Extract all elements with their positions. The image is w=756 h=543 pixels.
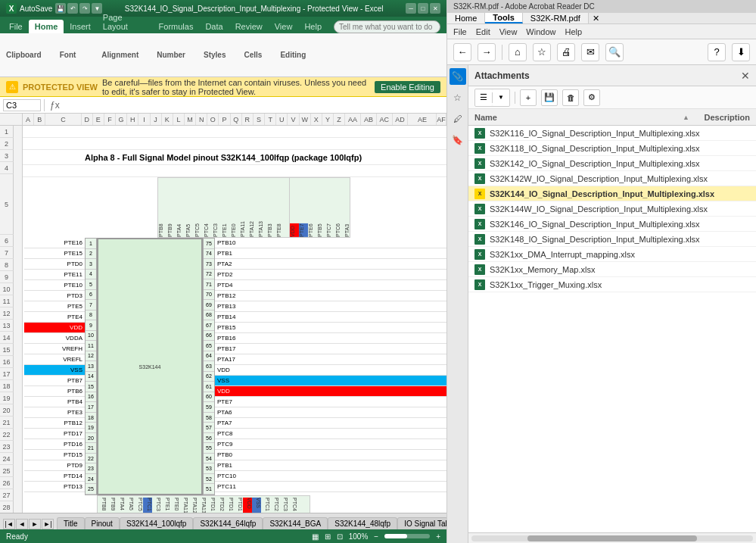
pdf-close-button[interactable]: ✕ <box>589 13 603 23</box>
col-header-ab[interactable]: AB <box>361 114 377 125</box>
col-header-g[interactable]: G <box>116 114 127 125</box>
pdf-download-button[interactable]: ⬇ <box>732 43 750 61</box>
att-add-button[interactable]: + <box>520 89 537 106</box>
sheet-tab-io-signal[interactable]: IO Signal Table <box>397 517 446 529</box>
sheet-tab-bga[interactable]: S32K144_BGA <box>263 517 328 529</box>
row-7[interactable]: 7 <box>0 247 14 259</box>
col-header-n[interactable]: N <box>196 114 207 125</box>
col-header-h[interactable]: H <box>127 114 138 125</box>
tab-insert[interactable]: Insert <box>64 20 97 33</box>
att-save-button[interactable]: 💾 <box>541 89 558 106</box>
col-header-x[interactable]: X <box>311 114 322 125</box>
zoom-out-icon[interactable]: − <box>374 532 378 541</box>
col-header-y[interactable]: Y <box>322 114 334 125</box>
row-20[interactable]: 20 <box>0 404 14 417</box>
col-header-r[interactable]: R <box>242 114 254 125</box>
scroll-track[interactable] <box>471 535 753 541</box>
tab-last-button[interactable]: ►| <box>42 519 54 529</box>
pdf-annotations-sidebar-button[interactable]: 🖊 <box>450 111 466 127</box>
att-item-10[interactable]: X S32K1xx_Trigger_Muxing.xlsx <box>468 277 756 292</box>
att-item-6[interactable]: X S32K146_IO_Signal_Description_Input_Mu… <box>468 217 756 232</box>
col-header-s[interactable]: S <box>254 114 265 125</box>
pdf-star-button[interactable]: ☆ <box>533 43 551 61</box>
col-header-ad[interactable]: AD <box>393 114 409 125</box>
formula-input[interactable] <box>65 100 443 111</box>
sheet-tab-48lqfp[interactable]: S32K144_48lqfp <box>328 517 397 529</box>
col-header-d[interactable]: D <box>82 114 93 125</box>
col-header-z[interactable]: Z <box>334 114 345 125</box>
att-chevron-button[interactable]: ▼ <box>493 89 509 106</box>
row-10[interactable]: 10 <box>0 283 14 295</box>
row-6[interactable]: 6 <box>0 235 14 247</box>
row-4[interactable]: 4 <box>0 162 14 174</box>
tab-file[interactable]: File <box>3 20 29 33</box>
col-header-f[interactable]: F <box>104 114 116 125</box>
tab-data[interactable]: Data <box>199 20 229 33</box>
att-item-7[interactable]: X S32K148_IO_Signal_Description_Input_Mu… <box>468 232 756 247</box>
row-24[interactable]: 24 <box>0 453 14 465</box>
col-header-v[interactable]: V <box>288 114 299 125</box>
pdf-tab-home[interactable]: Home <box>447 13 485 23</box>
row-13[interactable]: 13 <box>0 320 14 332</box>
minimize-icon[interactable]: ─ <box>406 3 416 14</box>
pdf-help-button[interactable]: ? <box>708 43 726 61</box>
att-item-9[interactable]: X S32K1xx_Memory_Map.xlsx <box>468 262 756 277</box>
tab-help[interactable]: Help <box>298 20 328 33</box>
att-list-view-button[interactable]: ☰ <box>475 89 492 106</box>
att-item-3[interactable]: X S32K142W_IO_Signal_Description_Input_M… <box>468 171 756 186</box>
att-item-8[interactable]: X S32K1xx_DMA_Interrupt_mapping.xlsx <box>468 247 756 262</box>
attachments-close-button[interactable]: ✕ <box>741 70 750 82</box>
row-18[interactable]: 18 <box>0 380 14 392</box>
undo-icon[interactable]: ↶ <box>67 3 78 14</box>
pdf-print-button[interactable]: 🖨 <box>557 43 575 61</box>
row-23[interactable]: 23 <box>0 441 14 453</box>
row-15[interactable]: 15 <box>0 344 14 356</box>
pdf-forward-button[interactable]: → <box>478 43 496 61</box>
pdf-tab-tools[interactable]: Tools <box>485 13 523 23</box>
row-19[interactable]: 19 <box>0 392 14 404</box>
row-12[interactable]: 12 <box>0 307 14 320</box>
tab-home[interactable]: Home <box>29 20 64 33</box>
tab-prev-button[interactable]: ◄ <box>16 519 28 529</box>
row-26[interactable]: 26 <box>0 477 14 489</box>
pdf-home-button[interactable]: ⌂ <box>509 43 527 61</box>
cell-area[interactable]: Alpha 8 - Full Signal Model pinout S32K1… <box>23 126 446 513</box>
redo-icon[interactable]: ↷ <box>79 3 90 14</box>
maximize-icon[interactable]: □ <box>418 3 428 14</box>
tab-review[interactable]: Review <box>229 20 269 33</box>
row-3[interactable]: 3 <box>0 150 14 162</box>
col-header-b[interactable]: B <box>34 114 45 125</box>
row-9[interactable]: 9 <box>0 271 14 283</box>
row-17[interactable]: 17 <box>0 368 14 380</box>
row-2[interactable]: 2 <box>0 138 14 150</box>
pdf-email-button[interactable]: ✉ <box>581 43 599 61</box>
enable-editing-button[interactable]: Enable Editing <box>375 81 440 93</box>
sheet-tab-64lqfp[interactable]: S32K144_64lqfp <box>193 517 263 529</box>
pdf-horizontal-scrollbar[interactable] <box>468 532 756 543</box>
pdf-tab-file[interactable]: S32K-RM.pdf <box>523 13 589 23</box>
col-header-q[interactable]: Q <box>231 114 242 125</box>
zoom-in-icon[interactable]: + <box>436 532 440 541</box>
att-item-0[interactable]: X S32K116_IO_Signal_Description_Input_Mu… <box>468 126 756 141</box>
tab-view[interactable]: View <box>269 20 299 33</box>
tab-formulas[interactable]: Formulas <box>153 20 200 33</box>
close-icon[interactable]: ✕ <box>430 3 440 14</box>
att-item-1[interactable]: X S32K118_IO_Signal_Description_Input_Mu… <box>468 141 756 156</box>
zoom-slider[interactable] <box>384 534 430 538</box>
col-header-ae[interactable]: AE <box>408 114 437 125</box>
row-21[interactable]: 21 <box>0 417 14 429</box>
pdf-attachments-sidebar-button[interactable]: 📎 <box>450 68 466 85</box>
col-header-ac[interactable]: AC <box>377 114 393 125</box>
col-header-c[interactable]: C <box>45 114 81 125</box>
sheet-tab-title[interactable]: Title <box>57 517 85 529</box>
col-header-u[interactable]: U <box>276 114 288 125</box>
col-header-e[interactable]: E <box>93 114 104 125</box>
row-22[interactable]: 22 <box>0 429 14 441</box>
att-item-2[interactable]: X S32K142_IO_Signal_Description_Input_Mu… <box>468 156 756 171</box>
pdf-menu-window[interactable]: Window <box>526 27 555 36</box>
col-header-t[interactable]: T <box>265 114 276 125</box>
scroll-thumb[interactable] <box>527 535 696 541</box>
pdf-search-button[interactable]: 🔍 <box>605 43 624 61</box>
row-11[interactable]: 11 <box>0 295 14 307</box>
col-header-j[interactable]: J <box>151 114 162 125</box>
